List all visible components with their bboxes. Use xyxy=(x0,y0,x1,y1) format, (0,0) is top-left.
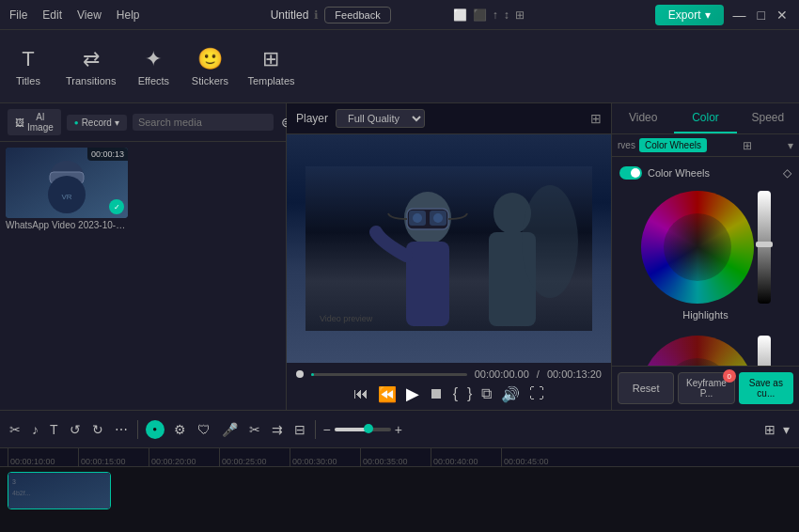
diamond-icon: ◇ xyxy=(783,166,791,180)
tab-speed[interactable]: Speed xyxy=(737,103,799,133)
export-button[interactable]: Export ▾ xyxy=(655,5,724,25)
highlights-color-wheel[interactable] xyxy=(641,191,754,304)
highlights-wheel-wrapper xyxy=(641,191,771,304)
tool-transitions[interactable]: ⇄ Transitions xyxy=(66,47,116,86)
record-button[interactable]: ● Record ▾ xyxy=(67,115,127,131)
tool-stickers[interactable]: 🙂 Stickers xyxy=(191,47,228,86)
search-input[interactable] xyxy=(133,114,274,131)
menu-bar: File Edit View Help Untitled ℹ Feedback … xyxy=(0,0,799,30)
layout-button[interactable]: ⊞ xyxy=(762,420,777,439)
midtones-wheel-wrapper xyxy=(641,336,771,366)
stop-button[interactable]: ⏹ xyxy=(429,385,444,402)
menu-edit[interactable]: Edit xyxy=(42,8,62,22)
tool-templates[interactable]: ⊞ Templates xyxy=(247,47,294,86)
fullscreen-button[interactable]: ⛶ xyxy=(529,385,544,402)
record-chevron: ▾ xyxy=(115,117,119,128)
color-wheels-subtab[interactable]: Color Wheels xyxy=(639,138,707,152)
panel-expand-button[interactable]: ⊞ xyxy=(743,139,752,152)
mark-out-button[interactable]: } xyxy=(467,385,472,402)
video-frame: Video preview xyxy=(287,134,611,363)
menu-left: File Edit View Help xyxy=(9,8,140,22)
topbar-icon3: ↑ xyxy=(493,8,498,22)
stickers-label: Stickers xyxy=(192,75,228,86)
reset-button[interactable]: Reset xyxy=(618,372,674,404)
prev-frame-button[interactable]: ⏪ xyxy=(378,385,397,403)
zoom-track[interactable] xyxy=(335,428,391,431)
player-label: Player xyxy=(296,112,328,125)
timeline-tool8[interactable]: 🛡 xyxy=(196,420,212,439)
keyframe-button[interactable]: Keyframe P... 0 xyxy=(678,372,734,404)
zoom-in-button[interactable]: + xyxy=(395,422,402,437)
menu-help[interactable]: Help xyxy=(117,8,140,22)
ruler-mark-3: 00:00:25:00 xyxy=(219,448,290,466)
quality-selector[interactable]: Full Quality Half Quality xyxy=(336,109,425,128)
record-dot: ● xyxy=(74,118,79,127)
menu-view[interactable]: View xyxy=(77,8,102,22)
menu-file[interactable]: File xyxy=(9,8,27,22)
feedback-button[interactable]: Feedback xyxy=(324,7,390,23)
topbar-icon1: ⬜ xyxy=(453,8,467,22)
timeline-ruler: 00:00:10:00 00:00:15:00 00:00:20:00 00:0… xyxy=(0,448,799,467)
midtones-brightness-slider[interactable] xyxy=(758,336,771,366)
curves-label: rves xyxy=(618,140,635,150)
layout-arrow[interactable]: ▾ xyxy=(781,420,791,439)
timeline-tool4[interactable]: ↺ xyxy=(68,420,83,439)
video-clip[interactable]: 3 4b2f... xyxy=(8,472,111,509)
color-wheels-section: Color Wheels ◇ Highlights xyxy=(612,157,799,366)
mark-in-button[interactable]: { xyxy=(453,385,458,402)
track-row-video: 3 4b2f... xyxy=(0,467,799,514)
right-tabs: Video Color Speed xyxy=(612,103,799,134)
player-controls: 00:00:00.00 / 00:00:13:20 ⏮ ⏪ ▶ ⏹ { } ⧉ … xyxy=(287,363,611,410)
selected-check: ✓ xyxy=(109,199,124,214)
record-indicator: ● xyxy=(146,420,164,439)
bottom-toolbar: ✂ ♪ T ↺ ↻ ⋯ ● ⚙ 🛡 🎤 ✂ ⇉ ⊟ − + ⊞ ▾ xyxy=(0,410,799,447)
timeline-tool5[interactable]: ↻ xyxy=(90,420,105,439)
color-wheels-toggle[interactable] xyxy=(619,166,642,180)
minimize-button[interactable]: — xyxy=(731,6,748,24)
color-wheels-title: Color Wheels xyxy=(648,167,777,179)
app-title: Untitled xyxy=(271,8,309,22)
progress-wrapper: 00:00:00.00 / 00:00:13:20 xyxy=(296,368,602,380)
panel-chevron[interactable]: ▾ xyxy=(788,139,793,152)
tool-titles[interactable]: T Titles xyxy=(9,47,47,86)
titles-label: Titles xyxy=(16,75,40,86)
player-video[interactable]: Video preview xyxy=(287,134,611,363)
topbar-icon2: ⬛ xyxy=(473,8,487,22)
tab-color[interactable]: Color xyxy=(674,103,736,133)
timeline-tool10[interactable]: ✂ xyxy=(247,420,262,439)
rewind-button[interactable]: ⏮ xyxy=(353,385,368,402)
timeline-tool12[interactable]: ⊟ xyxy=(292,420,307,439)
tab-video[interactable]: Video xyxy=(612,103,674,133)
time-current: 00:00:00.00 xyxy=(475,368,529,380)
highlights-brightness-slider[interactable] xyxy=(758,191,771,304)
ruler-mark-0: 00:00:10:00 xyxy=(8,448,78,466)
progress-track[interactable] xyxy=(311,373,467,376)
timeline-tool7[interactable]: ⚙ xyxy=(172,420,188,439)
timeline-tool6[interactable]: ⋯ xyxy=(113,420,130,439)
maximize-button[interactable]: □ xyxy=(756,6,767,24)
section-header: Color Wheels ◇ xyxy=(618,163,793,183)
svg-point-14 xyxy=(433,213,443,223)
save-custom-button[interactable]: Save as cu... xyxy=(739,372,793,404)
timeline-tool2[interactable]: ♪ xyxy=(30,420,40,439)
highlights-wheel-container: Highlights xyxy=(618,183,793,328)
effects-icon: ✦ xyxy=(145,47,162,71)
list-item: VR 00:00:13 ✓ WhatsApp Video 2023-10-05.… xyxy=(6,148,128,232)
zoom-out-button[interactable]: − xyxy=(323,422,331,437)
timeline-tool11[interactable]: ⇉ xyxy=(270,420,285,439)
zoom-control: − + xyxy=(323,422,402,437)
timeline-tool3[interactable]: T xyxy=(48,420,60,439)
tool-effects[interactable]: ✦ Effects xyxy=(134,47,172,86)
control-buttons: ⏮ ⏪ ▶ ⏹ { } ⧉ 🔊 ⛶ xyxy=(296,383,602,404)
timeline-tool9[interactable]: 🎤 xyxy=(220,420,240,439)
ruler-mark-4: 00:00:30:00 xyxy=(290,448,360,466)
ai-image-button[interactable]: 🖼 AI Image xyxy=(8,109,61,135)
audio-button[interactable]: 🔊 xyxy=(501,385,520,403)
midtones-color-wheel[interactable] xyxy=(641,336,754,366)
clip-button[interactable]: ⧉ xyxy=(481,385,492,402)
media-thumbnail[interactable]: VR 00:00:13 ✓ xyxy=(6,148,128,218)
timeline-tool1[interactable]: ✂ xyxy=(8,420,23,439)
close-button[interactable]: ✕ xyxy=(775,6,790,24)
highlights-label: Highlights xyxy=(682,309,728,321)
play-button[interactable]: ▶ xyxy=(406,383,419,404)
